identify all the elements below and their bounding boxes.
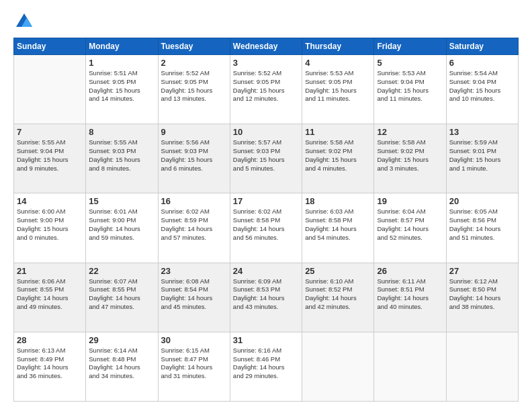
logo-icon — [15, 12, 34, 31]
col-header-friday: Friday — [374, 38, 446, 55]
day-cell — [446, 332, 518, 401]
day-info: Sunrise: 6:02 AM Sunset: 8:58 PM Dayligh… — [233, 208, 299, 242]
day-info: Sunrise: 6:07 AM Sunset: 8:55 PM Dayligh… — [89, 277, 154, 312]
week-row-1: 1Sunrise: 5:51 AM Sunset: 9:05 PM Daylig… — [14, 55, 519, 124]
day-number: 4 — [305, 58, 371, 68]
day-number: 13 — [449, 127, 515, 137]
day-number: 5 — [377, 58, 443, 68]
week-row-4: 21Sunrise: 6:06 AM Sunset: 8:55 PM Dayli… — [14, 263, 519, 332]
day-info: Sunrise: 5:58 AM Sunset: 9:02 PM Dayligh… — [377, 138, 443, 173]
day-number: 30 — [161, 335, 227, 345]
day-info: Sunrise: 6:12 AM Sunset: 8:50 PM Dayligh… — [449, 277, 515, 312]
header-row: SundayMondayTuesdayWednesdayThursdayFrid… — [14, 38, 519, 55]
day-info: Sunrise: 5:59 AM Sunset: 9:01 PM Dayligh… — [449, 138, 515, 173]
day-info: Sunrise: 5:55 AM Sunset: 9:04 PM Dayligh… — [17, 138, 83, 173]
day-number: 7 — [17, 127, 83, 137]
day-cell: 4Sunrise: 5:53 AM Sunset: 9:05 PM Daylig… — [302, 55, 374, 124]
day-number: 12 — [377, 127, 443, 137]
day-info: Sunrise: 6:05 AM Sunset: 8:56 PM Dayligh… — [449, 208, 515, 242]
day-number: 18 — [305, 196, 371, 206]
day-cell: 12Sunrise: 5:58 AM Sunset: 9:02 PM Dayli… — [374, 124, 446, 193]
day-number: 23 — [161, 266, 227, 276]
day-number: 10 — [233, 127, 299, 137]
day-cell: 10Sunrise: 5:57 AM Sunset: 9:03 PM Dayli… — [230, 124, 302, 193]
col-header-saturday: Saturday — [446, 38, 518, 55]
day-cell: 22Sunrise: 6:07 AM Sunset: 8:55 PM Dayli… — [86, 263, 158, 332]
day-cell: 26Sunrise: 6:11 AM Sunset: 8:51 PM Dayli… — [374, 263, 446, 332]
day-cell: 31Sunrise: 6:16 AM Sunset: 8:46 PM Dayli… — [230, 332, 302, 401]
header — [13, 12, 519, 31]
col-header-sunday: Sunday — [14, 38, 86, 55]
day-cell: 7Sunrise: 5:55 AM Sunset: 9:04 PM Daylig… — [14, 124, 86, 193]
day-number: 31 — [233, 335, 299, 345]
day-cell: 14Sunrise: 6:00 AM Sunset: 9:00 PM Dayli… — [14, 193, 86, 263]
day-number: 24 — [233, 266, 299, 276]
day-cell: 17Sunrise: 6:02 AM Sunset: 8:58 PM Dayli… — [230, 193, 302, 263]
day-cell: 25Sunrise: 6:10 AM Sunset: 8:52 PM Dayli… — [302, 263, 374, 332]
day-cell: 27Sunrise: 6:12 AM Sunset: 8:50 PM Dayli… — [446, 263, 518, 332]
day-cell: 5Sunrise: 5:53 AM Sunset: 9:04 PM Daylig… — [374, 55, 446, 124]
day-cell: 11Sunrise: 5:58 AM Sunset: 9:02 PM Dayli… — [302, 124, 374, 193]
day-cell: 6Sunrise: 5:54 AM Sunset: 9:04 PM Daylig… — [446, 55, 518, 124]
day-number: 22 — [89, 266, 154, 276]
day-cell: 19Sunrise: 6:04 AM Sunset: 8:57 PM Dayli… — [374, 193, 446, 263]
day-number: 19 — [377, 196, 443, 206]
day-cell: 29Sunrise: 6:14 AM Sunset: 8:48 PM Dayli… — [86, 332, 158, 401]
day-cell: 16Sunrise: 6:02 AM Sunset: 8:59 PM Dayli… — [158, 193, 230, 263]
day-number: 25 — [305, 266, 371, 276]
day-info: Sunrise: 6:06 AM Sunset: 8:55 PM Dayligh… — [17, 277, 83, 312]
day-cell — [14, 55, 86, 124]
day-cell: 1Sunrise: 5:51 AM Sunset: 9:05 PM Daylig… — [86, 55, 158, 124]
day-info: Sunrise: 6:15 AM Sunset: 8:47 PM Dayligh… — [161, 347, 227, 381]
day-cell: 13Sunrise: 5:59 AM Sunset: 9:01 PM Dayli… — [446, 124, 518, 193]
day-number: 2 — [161, 58, 227, 68]
day-number: 6 — [449, 58, 515, 68]
day-cell: 9Sunrise: 5:56 AM Sunset: 9:03 PM Daylig… — [158, 124, 230, 193]
day-info: Sunrise: 6:00 AM Sunset: 9:00 PM Dayligh… — [17, 208, 83, 242]
day-cell: 15Sunrise: 6:01 AM Sunset: 9:00 PM Dayli… — [86, 193, 158, 263]
day-info: Sunrise: 6:03 AM Sunset: 8:58 PM Dayligh… — [305, 208, 371, 242]
day-number: 9 — [161, 127, 227, 137]
day-info: Sunrise: 5:54 AM Sunset: 9:04 PM Dayligh… — [449, 69, 515, 103]
day-info: Sunrise: 5:57 AM Sunset: 9:03 PM Dayligh… — [233, 138, 299, 173]
day-info: Sunrise: 6:14 AM Sunset: 8:48 PM Dayligh… — [89, 347, 154, 381]
day-number: 15 — [89, 196, 154, 206]
day-info: Sunrise: 5:55 AM Sunset: 9:03 PM Dayligh… — [89, 138, 154, 173]
day-info: Sunrise: 5:51 AM Sunset: 9:05 PM Dayligh… — [89, 69, 154, 103]
day-info: Sunrise: 6:04 AM Sunset: 8:57 PM Dayligh… — [377, 208, 443, 242]
day-info: Sunrise: 6:02 AM Sunset: 8:59 PM Dayligh… — [161, 208, 227, 242]
week-row-3: 14Sunrise: 6:00 AM Sunset: 9:00 PM Dayli… — [14, 193, 519, 263]
day-cell: 2Sunrise: 5:52 AM Sunset: 9:05 PM Daylig… — [158, 55, 230, 124]
week-row-5: 28Sunrise: 6:13 AM Sunset: 8:49 PM Dayli… — [14, 332, 519, 401]
logo — [13, 12, 34, 31]
day-number: 27 — [449, 266, 515, 276]
day-info: Sunrise: 5:53 AM Sunset: 9:04 PM Dayligh… — [377, 69, 443, 103]
day-info: Sunrise: 6:16 AM Sunset: 8:46 PM Dayligh… — [233, 347, 299, 381]
day-info: Sunrise: 5:52 AM Sunset: 9:05 PM Dayligh… — [161, 69, 227, 103]
day-number: 16 — [161, 196, 227, 206]
day-cell: 24Sunrise: 6:09 AM Sunset: 8:53 PM Dayli… — [230, 263, 302, 332]
page: SundayMondayTuesdayWednesdayThursdayFrid… — [0, 0, 532, 411]
day-cell: 18Sunrise: 6:03 AM Sunset: 8:58 PM Dayli… — [302, 193, 374, 263]
day-cell: 28Sunrise: 6:13 AM Sunset: 8:49 PM Dayli… — [14, 332, 86, 401]
day-cell: 8Sunrise: 5:55 AM Sunset: 9:03 PM Daylig… — [86, 124, 158, 193]
day-info: Sunrise: 6:11 AM Sunset: 8:51 PM Dayligh… — [377, 277, 443, 312]
day-info: Sunrise: 5:56 AM Sunset: 9:03 PM Dayligh… — [161, 138, 227, 173]
day-number: 20 — [449, 196, 515, 206]
day-info: Sunrise: 6:09 AM Sunset: 8:53 PM Dayligh… — [233, 277, 299, 312]
day-info: Sunrise: 5:58 AM Sunset: 9:02 PM Dayligh… — [305, 138, 371, 173]
day-info: Sunrise: 5:52 AM Sunset: 9:05 PM Dayligh… — [233, 69, 299, 103]
day-info: Sunrise: 6:08 AM Sunset: 8:54 PM Dayligh… — [161, 277, 227, 312]
day-cell: 23Sunrise: 6:08 AM Sunset: 8:54 PM Dayli… — [158, 263, 230, 332]
day-cell: 3Sunrise: 5:52 AM Sunset: 9:05 PM Daylig… — [230, 55, 302, 124]
day-cell — [374, 332, 446, 401]
day-number: 26 — [377, 266, 443, 276]
day-number: 11 — [305, 127, 371, 137]
col-header-tuesday: Tuesday — [158, 38, 230, 55]
day-info: Sunrise: 5:53 AM Sunset: 9:05 PM Dayligh… — [305, 69, 371, 103]
calendar-table: SundayMondayTuesdayWednesdayThursdayFrid… — [13, 38, 519, 402]
day-info: Sunrise: 6:13 AM Sunset: 8:49 PM Dayligh… — [17, 347, 83, 381]
day-cell: 30Sunrise: 6:15 AM Sunset: 8:47 PM Dayli… — [158, 332, 230, 401]
day-cell — [302, 332, 374, 401]
day-number: 1 — [89, 58, 154, 68]
